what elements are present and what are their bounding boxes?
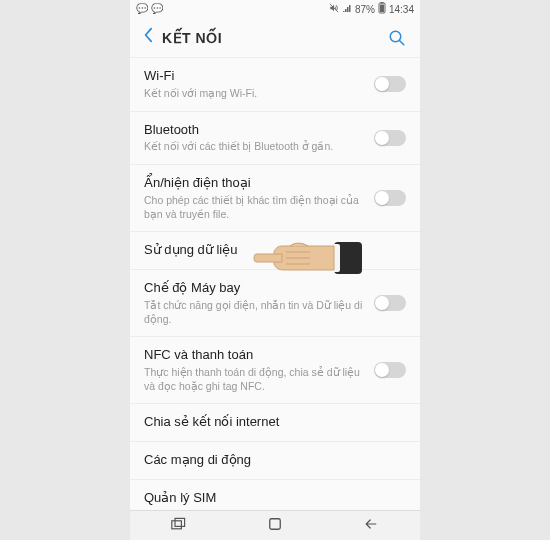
toggle-nfc[interactable] [374,362,406,378]
item-subtitle: Kết nối với các thiết bị Bluetooth ở gần… [144,140,366,154]
status-left: 💬 💬 [136,4,163,14]
item-title: Chia sẻ kết nối internet [144,414,398,431]
list-item-tethering[interactable]: Chia sẻ kết nối internet [130,404,420,442]
item-title: Wi-Fi [144,68,366,85]
item-subtitle: Cho phép các thiết bị khác tìm điện thoạ… [144,194,366,221]
search-button[interactable] [384,25,410,51]
mute-icon [329,3,339,15]
nav-bar [130,510,420,540]
svg-line-5 [399,40,404,45]
item-subtitle: Thực hiện thanh toán di động, chia sẻ dữ… [144,366,366,393]
nav-back[interactable] [353,513,389,538]
item-title: Các mạng di động [144,452,398,469]
svg-rect-7 [175,518,185,526]
list-item-nfc[interactable]: NFC và thanh toán Thực hiện thanh toán d… [130,337,420,404]
battery-percent: 87% [355,4,375,15]
signal-icon [342,3,352,15]
settings-list: Wi-Fi Kết nối với mạng Wi-Fi. Bluetooth … [130,58,420,510]
svg-rect-3 [380,5,384,13]
svg-rect-8 [270,519,281,530]
toggle-airplane[interactable] [374,295,406,311]
status-right: 87% 14:34 [329,2,414,16]
nav-home[interactable] [258,513,292,538]
list-item-bluetooth[interactable]: Bluetooth Kết nối với các thiết bị Bluet… [130,112,420,166]
header: KẾT NỐI [130,18,420,58]
list-item-airplane[interactable]: Chế độ Máy bay Tắt chức năng gọi điện, n… [130,270,420,337]
toggle-bluetooth[interactable] [374,130,406,146]
item-title: NFC và thanh toán [144,347,366,364]
status-bar: 💬 💬 87% 14:34 [130,0,420,18]
list-item-visibility[interactable]: Ẩn/hiện điện thoại Cho phép các thiết bị… [130,165,420,232]
item-title: Sử dụng dữ liệu [144,242,398,259]
page-title: KẾT NỐI [160,30,384,46]
toggle-visibility[interactable] [374,190,406,206]
item-subtitle: Tắt chức năng gọi điện, nhắn tin và Dữ l… [144,299,366,326]
nav-recents[interactable] [161,513,197,538]
item-subtitle: Kết nối với mạng Wi-Fi. [144,87,366,101]
phone-frame: 💬 💬 87% 14:34 KẾT NỐI [130,0,420,540]
list-item-mobile-networks[interactable]: Các mạng di động [130,442,420,480]
item-title: Chế độ Máy bay [144,280,366,297]
list-item-data-usage[interactable]: Sử dụng dữ liệu [130,232,420,270]
chat-icon: 💬 [136,4,148,14]
chat-icon: 💬 [151,4,163,14]
item-title: Ẩn/hiện điện thoại [144,175,366,192]
list-item-sim[interactable]: Quản lý SIM [130,480,420,510]
clock: 14:34 [389,4,414,15]
list-item-wifi[interactable]: Wi-Fi Kết nối với mạng Wi-Fi. [130,58,420,112]
svg-rect-2 [380,2,383,4]
toggle-wifi[interactable] [374,76,406,92]
svg-rect-6 [171,521,181,529]
back-button[interactable] [140,23,160,52]
item-title: Bluetooth [144,122,366,139]
battery-icon [378,2,386,16]
item-title: Quản lý SIM [144,490,398,507]
